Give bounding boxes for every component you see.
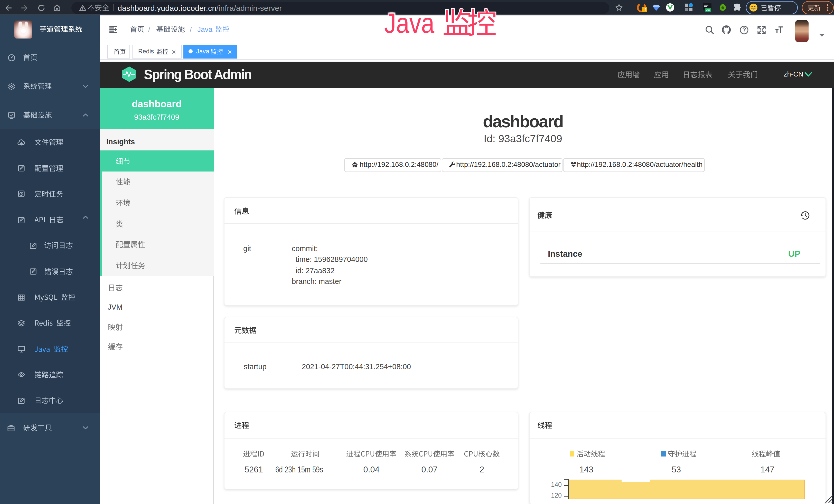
svg-text:on: on — [706, 8, 710, 12]
